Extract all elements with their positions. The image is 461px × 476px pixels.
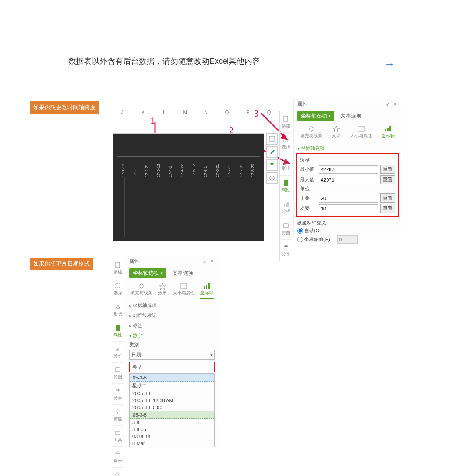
list-item[interactable]: 2005-3-8 12:00 AM: [130, 397, 214, 404]
date-format-listbox[interactable]: 05-3-8 星期二 2005-3-8 2005-3-8 12:00 AM 20…: [129, 373, 215, 447]
sidenav2-help[interactable]: ?帮助: [112, 468, 124, 476]
sidenav2-smart[interactable]: 智能: [112, 405, 124, 426]
axis-cross-section: 纵坐标轴交叉 自动(O) 坐标轴值(E): [294, 218, 401, 246]
reset-major-button[interactable]: 重置: [380, 193, 395, 203]
svg-rect-40: [181, 283, 187, 289]
svg-rect-28: [116, 325, 120, 331]
sidenav2-select[interactable]: 选择: [112, 279, 124, 300]
chart-settings-button[interactable]: [266, 172, 278, 184]
major-label: 主要: [300, 195, 317, 201]
sidenav2-new[interactable]: 新建: [112, 258, 124, 279]
chart-preview[interactable]: 17-1-12 17-2-1 17-2-21 17-3-13 17-4-2 17…: [113, 133, 264, 241]
minor-label: 次要: [300, 205, 317, 212]
min-input[interactable]: [319, 165, 378, 174]
svg-rect-41: [204, 286, 205, 289]
section-number[interactable]: 数字: [126, 331, 218, 340]
svg-marker-20: [333, 126, 340, 132]
section-axis-options[interactable]: 坐标轴选项: [294, 143, 401, 152]
max-label: 最大值: [300, 176, 317, 183]
properties-panel-2: 属性 ↙ ✕ 坐标轴选项 ▾ 文本选项 填充与线条 效果 大小与属性 坐标轴 坐…: [126, 255, 218, 447]
panel-window-controls[interactable]: ↙ ✕: [386, 101, 398, 107]
svg-rect-29: [116, 349, 117, 351]
list-item[interactable]: 8-Mar: [130, 440, 214, 447]
axis-options-dropdown[interactable]: 坐标轴选项 ▾: [297, 111, 334, 121]
list-item[interactable]: 2005-3-8: [130, 390, 214, 397]
reset-max-button[interactable]: 重置: [380, 175, 395, 184]
chart-brush-button[interactable]: [266, 146, 278, 158]
list-item[interactable]: 03-08-05: [130, 433, 214, 440]
svg-rect-11: [284, 138, 288, 142]
collapse-axis-options[interactable]: 坐标轴选项: [126, 300, 218, 310]
subtabs: 填充与线条 效果 大小与属性 坐标轴: [294, 123, 401, 143]
svg-rect-36: [116, 431, 120, 435]
svg-marker-12: [284, 159, 288, 163]
svg-point-18: [284, 245, 286, 247]
list-item[interactable]: 3-8: [130, 419, 214, 426]
subtabs-2: 填充与线条 效果 大小与属性 坐标轴: [126, 280, 218, 300]
chart-filter-button[interactable]: [266, 159, 278, 171]
subtab2-axis[interactable]: 坐标轴: [200, 282, 214, 299]
sidenav-share[interactable]: 分享: [280, 240, 292, 261]
svg-rect-17: [284, 224, 288, 228]
reset-min-button[interactable]: 重置: [380, 165, 395, 174]
svg-point-19: [286, 245, 288, 247]
sidenav-shape[interactable]: 形状: [280, 154, 292, 176]
collapse-tick-marks[interactable]: 刻度线标记: [126, 310, 218, 321]
svg-rect-24: [389, 126, 391, 131]
svg-rect-42: [206, 285, 207, 289]
svg-rect-6: [269, 136, 275, 141]
panel2-window-controls[interactable]: ↙ ✕: [203, 259, 215, 264]
screenshot-axis-range: JKLMNOPQ 1 2 3 17-1-12 17-2-1 17-2-21 17…: [109, 98, 402, 242]
text-options-tab-2[interactable]: 文本选项: [172, 269, 193, 277]
list-item[interactable]: 星期二: [130, 382, 214, 390]
list-item[interactable]: 05-3-8: [130, 374, 214, 382]
sidenav-props[interactable]: 属性: [280, 176, 292, 197]
axis-options-dropdown-2[interactable]: 坐标轴选项 ▾: [129, 268, 166, 278]
unit-label: 单位: [300, 186, 395, 192]
subtab-axis[interactable]: 坐标轴: [381, 124, 396, 141]
svg-rect-15: [286, 203, 287, 207]
svg-rect-10: [284, 116, 288, 121]
reset-minor-button[interactable]: 重置: [380, 204, 395, 213]
sidenav-new[interactable]: 新建: [280, 111, 292, 133]
subtab2-effect[interactable]: 效果: [157, 282, 168, 299]
subtab-size[interactable]: 大小与属性: [349, 124, 373, 141]
sidenav-select[interactable]: 选择: [280, 133, 292, 154]
svg-marker-27: [116, 305, 120, 309]
sidenav2-drawing[interactable]: 传图: [112, 363, 124, 384]
text-options-tab[interactable]: 文本选项: [341, 112, 361, 120]
list-item[interactable]: 05-3-8: [130, 411, 214, 419]
annotation-1: 1: [151, 116, 155, 126]
sidenav2-backup[interactable]: 备份: [112, 447, 124, 468]
sidenav2: 新建 选择 形状 属性 分析 传图 分享 智能 工具 备份 ?帮助: [112, 258, 124, 476]
cross-value-input: [337, 235, 358, 244]
collapse-labels[interactable]: 标签: [126, 321, 218, 331]
cross-auto-radio[interactable]: [297, 228, 303, 234]
sidenav2-share[interactable]: 分享: [112, 384, 124, 405]
sidenav-analyze[interactable]: 分析: [280, 197, 292, 218]
subtab2-size[interactable]: 大小与属性: [172, 282, 196, 299]
category-select[interactable]: 日期▾: [129, 350, 215, 360]
subtab2-fill[interactable]: 填充与线条: [130, 282, 153, 299]
svg-rect-23: [387, 128, 389, 131]
screenshot-date-format: 新建 选择 形状 属性 分析 传图 分享 智能 工具 备份 ?帮助 属性 ↙ ✕…: [112, 255, 221, 430]
cross-value-radio[interactable]: [297, 237, 303, 242]
sidenav2-tools[interactable]: 工具: [112, 426, 124, 447]
subtab-effect[interactable]: 效果: [331, 124, 341, 141]
sidenav2-shape[interactable]: 形状: [112, 300, 124, 321]
svg-rect-31: [116, 368, 120, 372]
list-item[interactable]: 2005-3-8 0:00: [130, 404, 214, 411]
sidenav2-props[interactable]: 属性: [112, 321, 124, 342]
minor-input[interactable]: [319, 204, 378, 213]
max-input[interactable]: [319, 176, 378, 184]
major-input[interactable]: [319, 194, 378, 203]
callout-timespan: 如果你想更改时间轴跨度: [30, 101, 99, 114]
subtab-fill[interactable]: 填充与线条: [299, 124, 323, 141]
sidenav-drawing[interactable]: 传图: [280, 218, 292, 240]
sidenav2-analyze[interactable]: 分析: [112, 342, 124, 363]
svg-point-33: [118, 389, 120, 391]
main-warning-text: 数据表以外含有后台数据，请勿随意改动Excel其他内容: [68, 56, 260, 66]
list-item[interactable]: 3-8-05: [130, 426, 214, 433]
properties-panel: 属性 ↙ ✕ 坐标轴选项 ▾ 文本选项 填充与线条 效果 大小与属性 坐标轴 坐…: [293, 98, 401, 238]
chart-styles-button[interactable]: [266, 133, 278, 145]
